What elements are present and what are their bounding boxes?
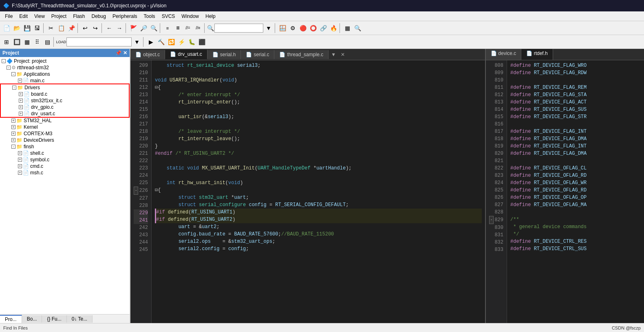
undo-btn[interactable]: ↩ — [80, 23, 90, 33]
tree-msh-c[interactable]: + 📄 msh.c — [0, 169, 130, 176]
cut-btn[interactable]: ✂ — [46, 23, 56, 33]
tree-finsh[interactable]: - 📁 finsh — [0, 143, 130, 150]
target-dropdown[interactable]: ▼ — [132, 37, 142, 47]
right-tab-device-c[interactable]: 📄 device.c — [486, 49, 521, 60]
right-code-content[interactable]: #define RT_DEVICE_FLAG_WRO #define RT_DE… — [507, 60, 644, 323]
tab-functions[interactable]: {} Fu... — [42, 315, 66, 323]
browse-btn[interactable]: 🔎 — [139, 23, 148, 33]
tab-drv-usart-c[interactable]: 📄 drv_usart.c — [165, 50, 207, 59]
tab-serial-h[interactable]: 📄 serial.h — [207, 50, 241, 59]
expand-finsh[interactable]: - — [11, 145, 15, 149]
expand-drv-gpio[interactable]: + — [19, 105, 23, 109]
flash-btn[interactable]: ⚡ — [176, 37, 186, 47]
expand-applications[interactable]: - — [11, 72, 15, 76]
expand-kernel[interactable]: + — [11, 125, 15, 129]
menu-item-svcs[interactable]: SVCS — [159, 13, 179, 20]
indent-btn[interactable]: ≡ — [163, 23, 172, 33]
save-all-btn[interactable]: 🖫 — [32, 23, 42, 33]
expand-drv-usart[interactable]: + — [19, 112, 23, 116]
target-name-input[interactable]: rtthread-stm32 — [66, 37, 132, 46]
build-all-btn[interactable]: 🔨 — [156, 37, 166, 47]
find-btn[interactable]: 🔍 — [149, 23, 159, 33]
tab-scroll-left[interactable]: ▼ — [329, 50, 338, 59]
settings4-btn[interactable]: 🔥 — [329, 23, 338, 33]
expand-stm32[interactable]: + — [19, 99, 23, 103]
settings2-btn[interactable]: ⭕ — [308, 23, 318, 33]
layout-btn[interactable]: ▦ — [342, 23, 352, 33]
expand-symbol-c[interactable]: + — [18, 158, 22, 162]
tab-object-c[interactable]: 📄 object.c — [130, 50, 165, 59]
menu-item-edit[interactable]: Edit — [16, 13, 31, 20]
tree-stm32f1xx-it-c[interactable]: + 📄 stm32f1xx_it.c — [1, 97, 129, 104]
debug-windows-btn[interactable]: 🪟 — [278, 23, 287, 33]
right-tab-rtdef-h[interactable]: 📄 rtdef.h — [521, 49, 553, 60]
code-content[interactable]: struct rt_serial_device serial3; void US… — [152, 60, 485, 323]
tree-cmd-c[interactable]: + 📄 cmd.c — [0, 163, 130, 169]
menu-item-file[interactable]: File — [2, 13, 16, 20]
open-btn[interactable]: 📂 — [12, 23, 22, 33]
settings3-btn[interactable]: 🔗 — [318, 23, 328, 33]
tree-symbol-c[interactable]: + 📄 symbol.c — [0, 156, 130, 163]
tab-thread-sample-c[interactable]: 📄 thread_sample.c — [274, 50, 329, 59]
menu-item-project[interactable]: Project — [48, 13, 70, 20]
stop-debug-btn[interactable]: ⬛ — [197, 37, 207, 47]
unindent-btn[interactable]: ≣ — [173, 23, 183, 33]
tab-serial-c[interactable]: 📄 serial.c — [241, 50, 274, 59]
menu-item-peripherals[interactable]: Peripherals — [109, 13, 141, 20]
save-btn[interactable]: 💾 — [22, 23, 32, 33]
tree-board-c[interactable]: + 📄 board.c — [1, 91, 129, 97]
tree-drivers[interactable]: - 📁 Drivers — [1, 84, 129, 91]
tree-applications[interactable]: - 📁 Applications — [0, 71, 130, 77]
tree-drv-gpio-c[interactable]: + 📄 drv_gpio.c — [1, 104, 129, 110]
expand-target[interactable]: - — [7, 66, 11, 70]
tb2-chip2-btn[interactable]: ▦ — [22, 37, 32, 47]
copy-btn[interactable]: 📋 — [56, 23, 66, 33]
tab-books[interactable]: Bo... — [22, 315, 42, 323]
tree-main-c[interactable]: + 📄 main.c — [0, 77, 130, 84]
col-btn[interactable]: //≡ — [193, 23, 203, 33]
tab-close-all[interactable]: ✕ — [338, 50, 347, 59]
nav-back-btn[interactable]: ← — [104, 23, 114, 33]
paste-btn[interactable]: 📌 — [66, 23, 76, 33]
new-file-btn[interactable]: 📄 — [2, 23, 11, 33]
settings1-btn[interactable]: 🔴 — [298, 23, 308, 33]
expand-drivers[interactable]: - — [12, 86, 16, 90]
bookmark-btn[interactable]: 🚩 — [128, 23, 138, 33]
menu-item-flash[interactable]: Flash — [70, 13, 88, 20]
run-btn[interactable]: ▶ — [146, 37, 156, 47]
col80-btn[interactable]: //= — [183, 23, 193, 33]
expand-device-drivers[interactable]: + — [11, 138, 15, 142]
tb2-load-btn[interactable]: LOAD — [56, 37, 66, 47]
tree-project-root[interactable]: - 🔷 Project: project — [0, 58, 130, 64]
tree-shell-c[interactable]: + 📄 shell.c — [0, 150, 130, 156]
menu-item-debug[interactable]: Debug — [88, 13, 109, 20]
expand-shell-c[interactable]: + — [18, 151, 22, 155]
close-panel-icon[interactable]: ✕ — [123, 50, 127, 56]
nav-fwd-btn[interactable]: → — [115, 23, 124, 33]
peripherals-btn[interactable]: ⚙ — [288, 23, 298, 33]
tb2-chip-btn[interactable]: 🔲 — [12, 37, 22, 47]
search-input[interactable]: serial2 — [214, 24, 263, 33]
menu-item-window[interactable]: Window — [178, 13, 202, 20]
pin-icon[interactable]: 📌 — [115, 50, 121, 56]
tb2-grid-btn[interactable]: ⊞ — [2, 37, 11, 47]
expand-msh-c[interactable]: + — [18, 171, 22, 175]
menu-item-help[interactable]: Help — [202, 13, 219, 20]
menu-item-view[interactable]: View — [31, 13, 48, 20]
tab-templates[interactable]: 0↓ Te... — [67, 315, 93, 323]
tb2-dots-btn[interactable]: ⠿ — [32, 37, 42, 47]
tree-stm32-hal[interactable]: + 📁 STM32_HAL — [0, 117, 130, 124]
expand-cortex-m3[interactable]: + — [11, 132, 15, 136]
debug-btn[interactable]: 🐛 — [187, 37, 196, 47]
rebuild-btn[interactable]: 🔁 — [166, 37, 176, 47]
tb2-rows-btn[interactable]: ▤ — [42, 37, 52, 47]
search-dropdown[interactable]: ▼ — [264, 23, 273, 33]
redo-btn[interactable]: ↪ — [90, 23, 100, 33]
expand-main-c[interactable]: + — [18, 79, 22, 83]
expand-root[interactable]: - — [2, 59, 6, 63]
tree-kernel[interactable]: + 📁 Kernel — [0, 124, 130, 130]
expand-cmd-c[interactable]: + — [18, 164, 22, 168]
menu-item-tools[interactable]: Tools — [141, 13, 159, 20]
expand-stm32-hal[interactable]: + — [11, 119, 15, 123]
tree-cortex-m3[interactable]: + 📁 CORTEX-M3 — [0, 130, 130, 137]
